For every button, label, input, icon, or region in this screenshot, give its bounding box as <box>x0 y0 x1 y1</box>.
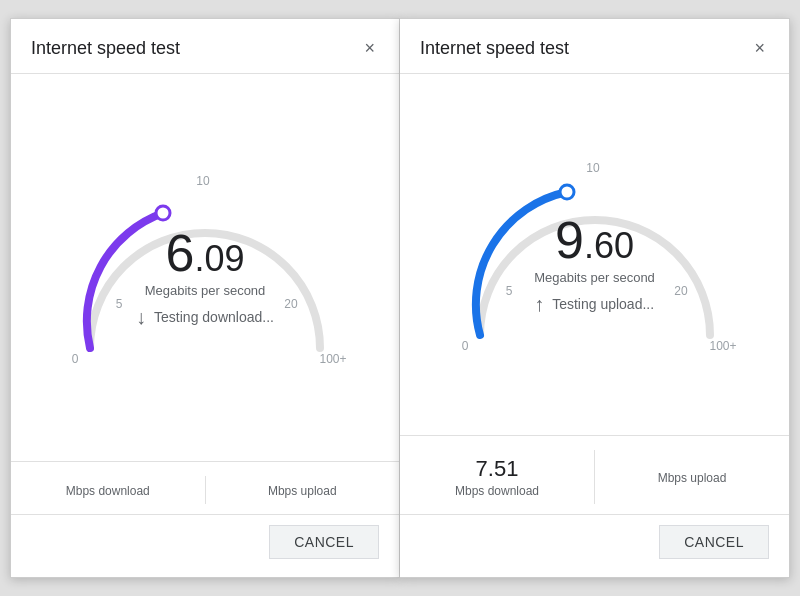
speed-integer-2: 9 <box>555 211 584 269</box>
gauge-area-2: 10 5 20 1 50 0 100+ 9.60 Megabits per se… <box>400 74 789 435</box>
stat-upload-label-1: Mbps upload <box>268 484 337 498</box>
cancel-button-2[interactable]: CANCEL <box>659 525 769 559</box>
label-20-2: 20 <box>674 284 688 298</box>
stat-upload-2: Mbps upload <box>595 450 789 504</box>
speed-decimal-1: .09 <box>194 238 244 279</box>
label-0: 0 <box>72 352 79 366</box>
stat-download-1: Mbps download <box>11 476 206 504</box>
status-row-2: ↑ Testing upload... <box>534 293 655 316</box>
label-5-left: 5 <box>116 297 123 311</box>
close-button-2[interactable]: × <box>750 35 769 61</box>
dialog-upload: Internet speed test × 10 5 20 1 50 0 100… <box>400 18 790 578</box>
download-arrow-icon: ↓ <box>136 306 146 329</box>
stats-row-2: 7.51 Mbps download Mbps upload <box>400 435 789 514</box>
dialog-header-2: Internet speed test × <box>400 19 789 74</box>
label-10: 10 <box>196 174 210 188</box>
stat-upload-label-2: Mbps upload <box>658 471 727 485</box>
stat-upload-1: Mbps upload <box>206 476 400 504</box>
label-20-right: 20 <box>284 297 298 311</box>
dialog-footer-2: CANCEL <box>400 514 789 577</box>
gauge-dot-2 <box>560 185 574 199</box>
stats-row-1: Mbps download Mbps upload <box>11 461 399 514</box>
stat-download-label-2: Mbps download <box>455 484 539 498</box>
dialog-download: Internet speed test × 10 5 20 1 50 0 100… <box>10 18 400 578</box>
dialog-header-1: Internet speed test × <box>11 19 399 74</box>
status-text-2: Testing upload... <box>552 296 654 312</box>
dialog-title-1: Internet speed test <box>31 38 180 59</box>
speed-decimal-2: .60 <box>584 225 634 266</box>
speed-integer-1: 6 <box>166 224 195 282</box>
speed-value-2: 9.60 Megabits per second ↑ Testing uploa… <box>534 214 655 316</box>
stat-download-label-1: Mbps download <box>66 484 150 498</box>
gauge-area-1: 10 5 20 1 50 0 100+ 6.09 Megabits p <box>11 74 399 461</box>
label-10-2: 10 <box>586 161 600 175</box>
gauge-dot-1 <box>156 206 170 220</box>
speed-number-1: 6.09 <box>136 227 274 279</box>
label-0-2: 0 <box>461 339 468 353</box>
label-100plus: 100+ <box>319 352 346 366</box>
close-button-1[interactable]: × <box>360 35 379 61</box>
speed-unit-1: Megabits per second <box>136 283 274 298</box>
stat-download-2: 7.51 Mbps download <box>400 450 595 504</box>
speed-value-1: 6.09 Megabits per second ↓ Testing downl… <box>136 227 274 329</box>
status-text-1: Testing download... <box>154 309 274 325</box>
upload-arrow-icon: ↑ <box>534 293 544 316</box>
dialog-title-2: Internet speed test <box>420 38 569 59</box>
stat-download-value-2: 7.51 <box>476 456 519 482</box>
speed-unit-2: Megabits per second <box>534 270 655 285</box>
gauge-container-1: 10 5 20 1 50 0 100+ 6.09 Megabits p <box>55 163 355 383</box>
label-5-2: 5 <box>505 284 512 298</box>
status-row-1: ↓ Testing download... <box>136 306 274 329</box>
cancel-button-1[interactable]: CANCEL <box>269 525 379 559</box>
speed-number-2: 9.60 <box>534 214 655 266</box>
dialog-footer-1: CANCEL <box>11 514 399 577</box>
label-100plus-2: 100+ <box>709 339 736 353</box>
gauge-container-2: 10 5 20 1 50 0 100+ 9.60 Megabits per se… <box>445 150 745 370</box>
